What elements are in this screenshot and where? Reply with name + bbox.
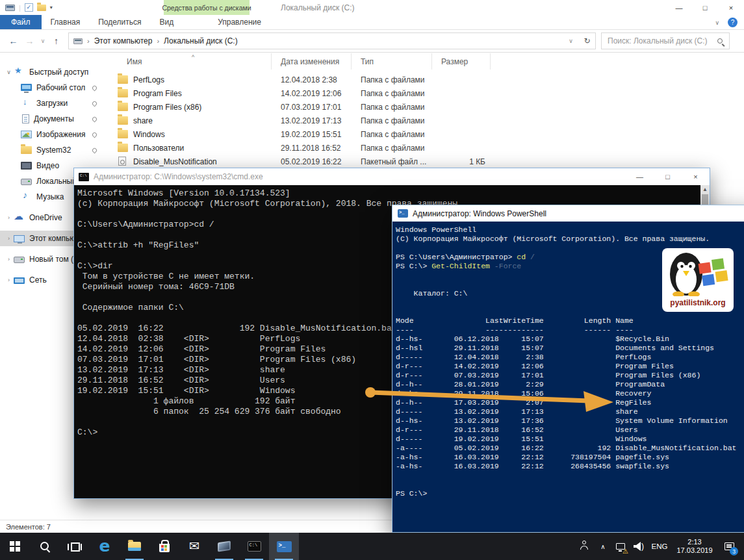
- contextual-tab-drive-tools[interactable]: Средства работы с дисками: [164, 0, 250, 15]
- minimize-button[interactable]: —: [626, 168, 654, 185]
- collapse-ribbon-icon[interactable]: ∨: [715, 19, 719, 26]
- file-icon: [118, 116, 128, 125]
- taskbar-icon: [40, 541, 51, 552]
- tab-home[interactable]: Главная: [42, 15, 90, 29]
- tab-file[interactable]: Файл: [0, 15, 42, 29]
- taskbar-button-start[interactable]: [0, 533, 30, 560]
- penguin-windows-image: [665, 251, 730, 296]
- properties-icon[interactable]: [25, 3, 33, 12]
- close-button[interactable]: ×: [718, 0, 744, 15]
- column-header[interactable]: Тип: [352, 53, 432, 70]
- expander-icon[interactable]: ›: [4, 277, 14, 283]
- file-date: 12.04.2018 2:38: [272, 75, 352, 84]
- forward-button[interactable]: →: [21, 36, 38, 46]
- action-center-icon[interactable]: 3: [718, 533, 740, 560]
- taskbar-icon: [218, 541, 231, 552]
- sidebar-item-icon: [22, 114, 29, 123]
- file-row-Пользователи[interactable]: Пользователи 29.11.2018 16:52 Папка с фа…: [107, 141, 744, 155]
- file-type: Папка с файлами: [352, 116, 432, 125]
- pin-icon: [92, 84, 98, 91]
- file-row-PerfLogs[interactable]: PerfLogs 12.04.2018 2:38 Папка с файлами: [107, 73, 744, 86]
- scroll-up-icon[interactable]: ▲: [700, 185, 710, 192]
- column-header[interactable]: Имя: [118, 53, 272, 70]
- close-button[interactable]: ×: [682, 168, 710, 185]
- network-warning-icon[interactable]: ⚠: [611, 533, 630, 560]
- people-icon[interactable]: [575, 533, 595, 560]
- terminal-line: -a-hs- 16.03.2019 22:12 738197504 pagefi…: [396, 453, 744, 462]
- pin-icon: [92, 131, 98, 138]
- up-button[interactable]: ↑: [48, 36, 64, 46]
- file-type: Папка с файлами: [352, 75, 432, 84]
- file-date: 14.02.2019 12:06: [272, 89, 352, 98]
- sidebar-item[interactable]: Загрузки: [0, 95, 107, 111]
- maximize-button[interactable]: □: [654, 168, 682, 185]
- tab-share[interactable]: Поделиться: [89, 15, 150, 29]
- terminal-line: d----- 19.02.2019 15:51 Windows: [396, 435, 744, 444]
- file-row-Windows[interactable]: Windows 19.02.2019 15:51 Папка с файлами: [107, 127, 744, 141]
- expander-icon[interactable]: ›: [4, 214, 14, 221]
- back-button[interactable]: ←: [5, 36, 21, 46]
- sidebar-item[interactable]: ∨ Быстрый доступ: [0, 64, 107, 80]
- sidebar-item[interactable]: Рабочий стол: [0, 80, 107, 95]
- terminal-line: -a---- 05.02.2019 16:22 192 Disable_MusN…: [396, 444, 744, 453]
- taskbar-button-search[interactable]: [30, 533, 60, 560]
- terminal-line: d-r--- 14.02.2019 12:06 Program Files: [396, 362, 744, 371]
- taskbar-button-cmd[interactable]: [239, 533, 269, 560]
- search-box[interactable]: [601, 32, 730, 49]
- cmd-window-title: Администратор: C:\Windows\system32\cmd.e…: [94, 172, 263, 181]
- expander-icon[interactable]: ∨: [4, 69, 14, 75]
- search-icon[interactable]: [717, 38, 723, 44]
- search-input[interactable]: [606, 36, 717, 46]
- tray-chevron-up-icon[interactable]: ∧: [595, 533, 611, 560]
- breadcrumb-device[interactable]: Этот компьютер: [94, 36, 153, 45]
- taskbar-icons: [0, 533, 299, 560]
- tab-view[interactable]: Вид: [150, 15, 183, 29]
- expander-icon[interactable]: ›: [4, 235, 14, 242]
- file-name: share: [133, 116, 272, 125]
- recent-locations-icon[interactable]: ∨: [38, 38, 48, 44]
- taskbar-button-powershell[interactable]: [269, 533, 299, 560]
- taskbar-button-task-view[interactable]: [60, 533, 90, 560]
- refresh-icon[interactable]: ↻: [579, 33, 595, 49]
- file-name: Disable_MusNotification: [133, 157, 272, 166]
- maximize-button[interactable]: □: [692, 0, 718, 15]
- taskbar-button-store[interactable]: [149, 533, 179, 560]
- logo-caption: pyatilistnik.org: [662, 298, 734, 307]
- powershell-titlebar[interactable]: Администратор: Windows PowerShell: [392, 205, 744, 222]
- clock[interactable]: 2:13 17.03.2019: [671, 533, 718, 560]
- taskbar-icon: [70, 542, 79, 551]
- taskbar-button-file-explorer[interactable]: [120, 533, 149, 560]
- sidebar-item-icon: [21, 179, 32, 185]
- file-row-share[interactable]: share 13.02.2019 17:13 Папка с файлами: [107, 114, 744, 127]
- terminal-line: d--hsl 29.11.2018 15:07 Documents and Se…: [396, 344, 744, 353]
- minimize-button[interactable]: —: [666, 0, 692, 15]
- desktop: | ▾ Средства работы с дисками Локальный …: [0, 0, 744, 560]
- taskbar-button-edge[interactable]: [90, 533, 120, 560]
- tab-manage[interactable]: Управление: [209, 15, 270, 29]
- file-row-Disable_MusNotification[interactable]: Disable_MusNotification 05.02.2019 16:22…: [107, 155, 744, 168]
- column-header[interactable]: Размер: [432, 53, 491, 70]
- language-indicator[interactable]: ENG: [648, 533, 671, 560]
- sidebar-item[interactable]: Документы: [0, 111, 107, 127]
- file-row-Program Files[interactable]: Program Files 14.02.2019 12:06 Папка с ф…: [107, 86, 744, 100]
- volume-icon[interactable]: ): [630, 533, 648, 560]
- breadcrumb-current[interactable]: Локальный диск (C:): [164, 36, 238, 45]
- cmd-titlebar[interactable]: Администратор: C:\Windows\system32\cmd.e…: [74, 168, 710, 185]
- sidebar-item-icon: [21, 146, 32, 154]
- explorer-titlebar[interactable]: | ▾ Средства работы с дисками Локальный …: [0, 0, 744, 15]
- help-icon[interactable]: ?: [728, 18, 738, 27]
- address-dropdown-icon[interactable]: ∨: [563, 33, 579, 49]
- sidebar-item[interactable]: System32: [0, 142, 107, 158]
- powershell-icon: [398, 209, 408, 218]
- taskbar-button-mail[interactable]: [179, 533, 209, 560]
- new-folder-icon[interactable]: [37, 5, 46, 11]
- address-bar[interactable]: › Этот компьютер › Локальный диск (C:) ∨…: [68, 32, 596, 49]
- terminal-line: d--h-- 28.01.2019 2:29 ProgramData: [396, 380, 744, 389]
- file-name: PerfLogs: [133, 75, 272, 84]
- customize-toolbar-icon[interactable]: ▾: [50, 5, 53, 10]
- file-row-Program Files (x86)[interactable]: Program Files (x86) 07.03.2019 17:01 Пап…: [107, 100, 744, 114]
- expander-icon[interactable]: ›: [4, 256, 14, 262]
- sidebar-item[interactable]: Изображения: [0, 127, 107, 142]
- taskbar-button-device-app[interactable]: [209, 533, 239, 560]
- column-header[interactable]: Дата изменения: [272, 53, 352, 70]
